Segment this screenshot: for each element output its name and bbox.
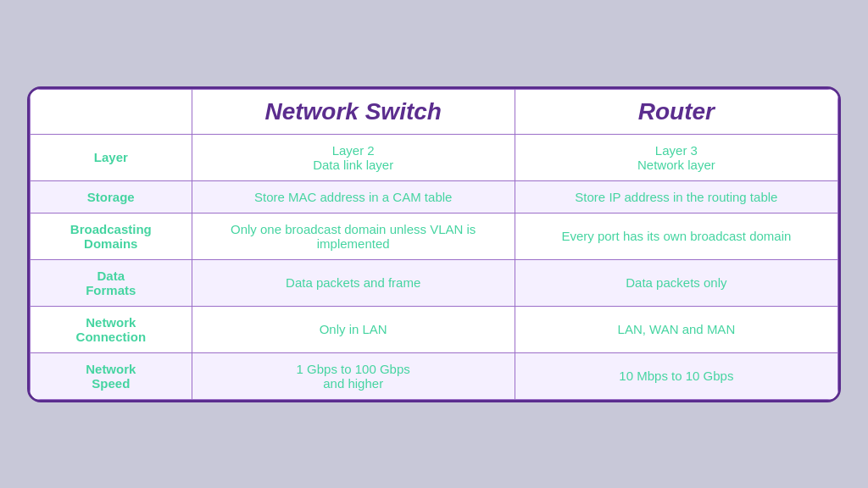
- network-switch-title: Network Switch: [264, 98, 441, 125]
- comparison-table: Network Switch Router LayerLayer 2 Data …: [27, 86, 841, 402]
- row-switch-value: Only in LAN: [192, 306, 515, 352]
- header-router: Router: [515, 89, 837, 134]
- row-label: Broadcasting Domains: [31, 213, 192, 259]
- row-switch-value: Only one broadcast domain unless VLAN is…: [192, 213, 515, 259]
- row-router-value: LAN, WAN and MAN: [515, 306, 837, 352]
- router-title: Router: [638, 98, 715, 125]
- row-router-value: Layer 3 Network layer: [515, 134, 837, 180]
- row-label: Storage: [31, 180, 192, 213]
- header-network-switch: Network Switch: [192, 89, 515, 134]
- row-label: Data Formats: [31, 259, 192, 306]
- row-switch-value: Layer 2 Data link layer: [192, 134, 515, 180]
- row-label: Network Connection: [31, 306, 192, 352]
- row-switch-value: Store MAC address in a CAM table: [192, 180, 515, 213]
- row-label: Layer: [31, 134, 192, 180]
- row-switch-value: Data packets and frame: [192, 259, 515, 306]
- row-label: Network Speed: [31, 352, 192, 399]
- row-router-value: Every port has its own broadcast domain: [515, 213, 837, 259]
- header-empty: [31, 89, 192, 134]
- row-router-value: Data packets only: [515, 259, 837, 306]
- row-router-value: 10 Mbps to 10 Gbps: [515, 352, 837, 399]
- row-router-value: Store IP address in the routing table: [515, 180, 837, 213]
- row-switch-value: 1 Gbps to 100 Gbps and higher: [192, 352, 515, 399]
